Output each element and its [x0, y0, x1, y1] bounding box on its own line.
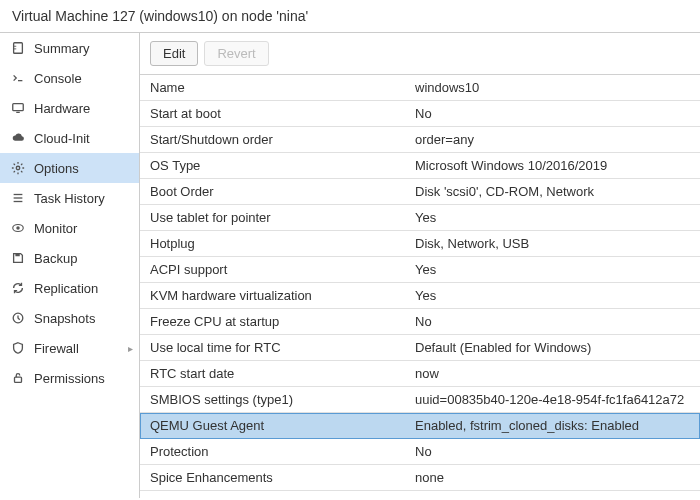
edit-button[interactable]: Edit — [150, 41, 198, 66]
sidebar-item-console[interactable]: Console — [0, 63, 139, 93]
option-key: QEMU Guest Agent — [140, 413, 405, 438]
option-row[interactable]: ACPI supportYes — [140, 257, 700, 283]
option-key: Boot Order — [140, 179, 405, 204]
sidebar-item-snapshots[interactable]: Snapshots — [0, 303, 139, 333]
option-key: SMBIOS settings (type1) — [140, 387, 405, 412]
option-value: Microsoft Windows 10/2016/2019 — [405, 153, 700, 178]
option-row[interactable]: Freeze CPU at startupNo — [140, 309, 700, 335]
option-value: order=any — [405, 127, 700, 152]
option-key: KVM hardware virtualization — [140, 283, 405, 308]
option-key: Start at boot — [140, 101, 405, 126]
option-key: Freeze CPU at startup — [140, 309, 405, 334]
sidebar-item-summary[interactable]: Summary — [0, 33, 139, 63]
terminal-icon — [10, 70, 26, 86]
option-value: No — [405, 439, 700, 464]
sidebar-item-backup[interactable]: Backup — [0, 243, 139, 273]
chevron-right-icon: ▸ — [128, 343, 133, 354]
list-icon — [10, 190, 26, 206]
option-value: Yes — [405, 257, 700, 282]
option-row[interactable]: ProtectionNo — [140, 439, 700, 465]
option-row[interactable]: VM State storageAutomatic — [140, 491, 700, 498]
main-panel: SummaryConsoleHardwareCloud-InitOptionsT… — [0, 32, 700, 498]
option-row[interactable]: Spice Enhancementsnone — [140, 465, 700, 491]
option-key: Spice Enhancements — [140, 465, 405, 490]
option-row[interactable]: QEMU Guest AgentEnabled, fstrim_cloned_d… — [140, 413, 700, 439]
option-value: No — [405, 101, 700, 126]
option-row[interactable]: RTC start datenow — [140, 361, 700, 387]
revert-button[interactable]: Revert — [204, 41, 268, 66]
option-key: Use tablet for pointer — [140, 205, 405, 230]
unlock-icon — [10, 370, 26, 386]
content-panel: Edit Revert Namewindows10Start at bootNo… — [140, 33, 700, 498]
option-row[interactable]: Boot OrderDisk 'scsi0', CD-ROM, Network — [140, 179, 700, 205]
option-key: ACPI support — [140, 257, 405, 282]
sidebar-item-monitor[interactable]: Monitor — [0, 213, 139, 243]
sidebar-item-label: Firewall — [34, 341, 79, 356]
option-row[interactable]: Start at bootNo — [140, 101, 700, 127]
toolbar: Edit Revert — [140, 33, 700, 74]
page-title: Virtual Machine 127 (windows10) on node … — [0, 0, 700, 32]
option-row[interactable]: OS TypeMicrosoft Windows 10/2016/2019 — [140, 153, 700, 179]
option-value: Yes — [405, 283, 700, 308]
sidebar-item-label: Monitor — [34, 221, 77, 236]
sidebar-item-label: Snapshots — [34, 311, 95, 326]
option-row[interactable]: Namewindows10 — [140, 75, 700, 101]
sidebar-item-replication[interactable]: Replication — [0, 273, 139, 303]
sidebar-item-hardware[interactable]: Hardware — [0, 93, 139, 123]
refresh-icon — [10, 280, 26, 296]
option-value: Yes — [405, 205, 700, 230]
option-key: Start/Shutdown order — [140, 127, 405, 152]
option-value: Disk 'scsi0', CD-ROM, Network — [405, 179, 700, 204]
option-key: OS Type — [140, 153, 405, 178]
sidebar-item-firewall[interactable]: Firewall▸ — [0, 333, 139, 363]
option-row[interactable]: SMBIOS settings (type1)uuid=00835b40-120… — [140, 387, 700, 413]
monitor-icon — [10, 100, 26, 116]
option-key: VM State storage — [140, 491, 405, 498]
cloud-icon — [10, 130, 26, 146]
option-key: Name — [140, 75, 405, 100]
sidebar-item-label: Hardware — [34, 101, 90, 116]
option-value: Automatic — [405, 491, 700, 498]
history-icon — [10, 310, 26, 326]
option-key: Use local time for RTC — [140, 335, 405, 360]
option-value: now — [405, 361, 700, 386]
option-key: Hotplug — [140, 231, 405, 256]
sidebar-item-options[interactable]: Options — [0, 153, 139, 183]
gear-icon — [10, 160, 26, 176]
option-value: Default (Enabled for Windows) — [405, 335, 700, 360]
sidebar-item-label: Backup — [34, 251, 77, 266]
option-value: No — [405, 309, 700, 334]
sidebar-item-label: Options — [34, 161, 79, 176]
sidebar-item-label: Task History — [34, 191, 105, 206]
option-value: windows10 — [405, 75, 700, 100]
option-row[interactable]: Use tablet for pointerYes — [140, 205, 700, 231]
sidebar-item-label: Summary — [34, 41, 90, 56]
option-value: uuid=00835b40-120e-4e18-954f-fc1fa6412a7… — [405, 387, 700, 412]
option-row[interactable]: KVM hardware virtualizationYes — [140, 283, 700, 309]
sidebar-item-label: Permissions — [34, 371, 105, 386]
option-value: Enabled, fstrim_cloned_disks: Enabled — [405, 413, 700, 438]
option-key: RTC start date — [140, 361, 405, 386]
sidebar-item-label: Replication — [34, 281, 98, 296]
option-value: none — [405, 465, 700, 490]
sidebar-item-taskhistory[interactable]: Task History — [0, 183, 139, 213]
shield-icon — [10, 340, 26, 356]
option-row[interactable]: Use local time for RTCDefault (Enabled f… — [140, 335, 700, 361]
eye-icon — [10, 220, 26, 236]
sidebar-item-label: Console — [34, 71, 82, 86]
option-key: Protection — [140, 439, 405, 464]
option-value: Disk, Network, USB — [405, 231, 700, 256]
options-table: Namewindows10Start at bootNoStart/Shutdo… — [140, 74, 700, 498]
sidebar-item-label: Cloud-Init — [34, 131, 90, 146]
sidebar: SummaryConsoleHardwareCloud-InitOptionsT… — [0, 33, 140, 498]
option-row[interactable]: HotplugDisk, Network, USB — [140, 231, 700, 257]
sidebar-item-permissions[interactable]: Permissions — [0, 363, 139, 393]
sidebar-item-cloudinit[interactable]: Cloud-Init — [0, 123, 139, 153]
option-row[interactable]: Start/Shutdown orderorder=any — [140, 127, 700, 153]
notebook-icon — [10, 40, 26, 56]
save-icon — [10, 250, 26, 266]
